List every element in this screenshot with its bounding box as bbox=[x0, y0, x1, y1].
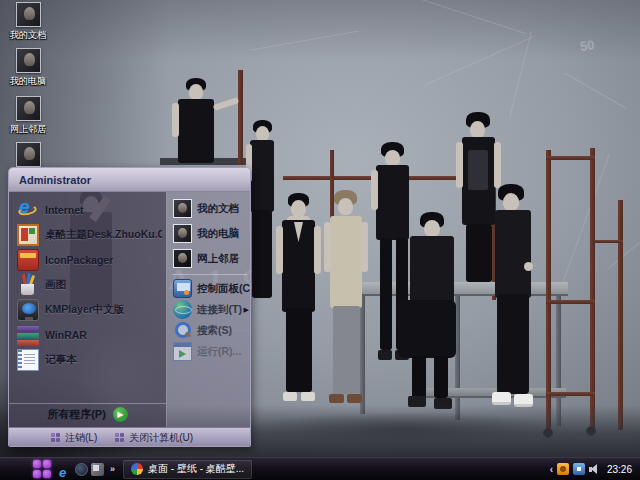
frame-pole bbox=[618, 200, 623, 430]
winrar-icon bbox=[17, 324, 39, 346]
start-menu-footer: 注销(L) 关闭计算机(U) bbox=[9, 427, 250, 447]
chalk-line bbox=[561, 154, 610, 286]
run-icon bbox=[173, 342, 192, 361]
my-documents-icon bbox=[173, 199, 192, 218]
desktop-icon-my-computer[interactable]: 我的电脑 bbox=[0, 48, 56, 88]
menu-separator bbox=[172, 274, 247, 275]
shutdown-button[interactable]: 关闭计算机(U) bbox=[115, 431, 193, 445]
my-computer-icon bbox=[173, 224, 192, 243]
desktop-icon-fourth[interactable] bbox=[0, 142, 56, 169]
icon-label: 我的电脑 bbox=[0, 75, 56, 88]
search-magnifier-icon bbox=[173, 321, 192, 340]
menu-item-run[interactable]: 运行(R)... bbox=[167, 341, 251, 362]
frame-pole bbox=[590, 148, 595, 430]
desktop-icon bbox=[16, 142, 41, 167]
internet-explorer-icon: e bbox=[17, 199, 39, 221]
icon-label: 网上邻居 bbox=[0, 123, 56, 136]
taskbar: e » 桌面 - 壁纸 - 桌酷壁... ‹ 23:26 bbox=[0, 457, 640, 480]
shutdown-icon bbox=[115, 433, 124, 442]
zhuoku-theme-icon bbox=[17, 224, 39, 246]
chalk-line bbox=[564, 73, 625, 109]
menu-item-winrar[interactable]: WinRAR bbox=[9, 322, 166, 347]
iconpackager-icon bbox=[17, 249, 39, 271]
start-menu: Administrator e Internet 桌酷主题Desk.ZhuoKu… bbox=[8, 167, 251, 447]
logoff-icon bbox=[51, 433, 60, 442]
my-computer-icon bbox=[16, 48, 41, 73]
my-documents-icon bbox=[16, 2, 41, 27]
frame-pole bbox=[546, 150, 551, 432]
menu-item-zhuoku-theme[interactable]: 桌酷主题Desk.ZhuoKu.Com bbox=[9, 222, 166, 247]
all-programs-button[interactable]: 所有程序(P) ▶ bbox=[9, 403, 166, 427]
chalk-number: 50 bbox=[579, 37, 595, 54]
network-places-icon bbox=[16, 96, 41, 121]
quick-launch: e » bbox=[59, 463, 115, 476]
menu-item-kmplayer[interactable]: KMPlayer中文版 bbox=[9, 297, 166, 322]
volume-speaker-icon[interactable] bbox=[589, 464, 600, 475]
tray-collapse-chevron[interactable]: ‹ bbox=[550, 464, 553, 475]
taskbar-clock[interactable]: 23:26 bbox=[604, 464, 635, 475]
desktop-screen: 50 A 1 Ω bbox=[0, 0, 640, 480]
start-menu-header: Administrator bbox=[9, 168, 250, 192]
logoff-button[interactable]: 注销(L) bbox=[51, 431, 97, 445]
task-button-wallpaper-window[interactable]: 桌面 - 壁纸 - 桌酷壁... bbox=[123, 460, 252, 479]
notepad-icon bbox=[17, 349, 39, 371]
kmplayer-icon bbox=[17, 299, 39, 321]
connect-globe-icon bbox=[173, 300, 192, 319]
menu-item-internet[interactable]: e Internet bbox=[9, 197, 166, 222]
menu-item-my-computer[interactable]: 我的电脑 bbox=[167, 221, 251, 246]
frame-bar bbox=[546, 156, 595, 160]
quick-launch-overflow-chevron[interactable]: » bbox=[110, 464, 115, 474]
show-desktop-icon[interactable] bbox=[91, 463, 104, 476]
menu-item-search[interactable]: 搜索(S) bbox=[167, 320, 251, 341]
chalk-line bbox=[607, 231, 640, 270]
network-places-icon bbox=[173, 249, 192, 268]
menu-item-my-documents[interactable]: 我的文档 bbox=[167, 196, 251, 221]
scaffold-pole bbox=[238, 70, 243, 165]
quick-launch-ie-icon[interactable]: e bbox=[59, 463, 72, 476]
all-programs-arrow-icon: ▶ bbox=[113, 407, 128, 422]
start-button[interactable] bbox=[33, 460, 53, 478]
menu-item-connect-to[interactable]: 连接到(T) ▶ bbox=[167, 299, 251, 320]
start-menu-places-list: 我的文档 我的电脑 网上邻居 控制面板(C) 连接到(T) bbox=[167, 192, 251, 427]
desktop-icon-my-documents[interactable]: 我的文档 bbox=[0, 2, 56, 42]
tray-app-blue-icon[interactable] bbox=[573, 463, 585, 475]
start-menu-pinned-list: e Internet 桌酷主题Desk.ZhuoKu.Com IconPacka… bbox=[9, 192, 167, 427]
system-tray: ‹ 23:26 bbox=[550, 463, 640, 475]
user-name: Administrator bbox=[19, 174, 91, 186]
submenu-arrow-icon: ▶ bbox=[244, 306, 249, 314]
menu-item-iconpackager[interactable]: IconPackager bbox=[9, 247, 166, 272]
browser-pinwheel-icon bbox=[131, 463, 143, 475]
menu-item-network-places[interactable]: 网上邻居 bbox=[167, 246, 251, 271]
wall-shade bbox=[0, 0, 640, 60]
menu-item-paint[interactable]: 画图 bbox=[9, 272, 166, 297]
menu-item-control-panel[interactable]: 控制面板(C) bbox=[167, 278, 251, 299]
control-panel-icon bbox=[173, 279, 192, 298]
tray-app-orange-icon[interactable] bbox=[557, 463, 569, 475]
frame-bar bbox=[595, 240, 623, 243]
quick-launch-globe-icon[interactable] bbox=[75, 463, 88, 476]
frame-bar bbox=[546, 392, 595, 396]
menu-item-notepad[interactable]: 记事本 bbox=[9, 347, 166, 372]
frame-bar bbox=[546, 300, 595, 304]
icon-label: 我的文档 bbox=[0, 29, 56, 42]
paint-icon bbox=[17, 274, 39, 296]
desktop-icon-network-places[interactable]: 网上邻居 bbox=[0, 96, 56, 136]
